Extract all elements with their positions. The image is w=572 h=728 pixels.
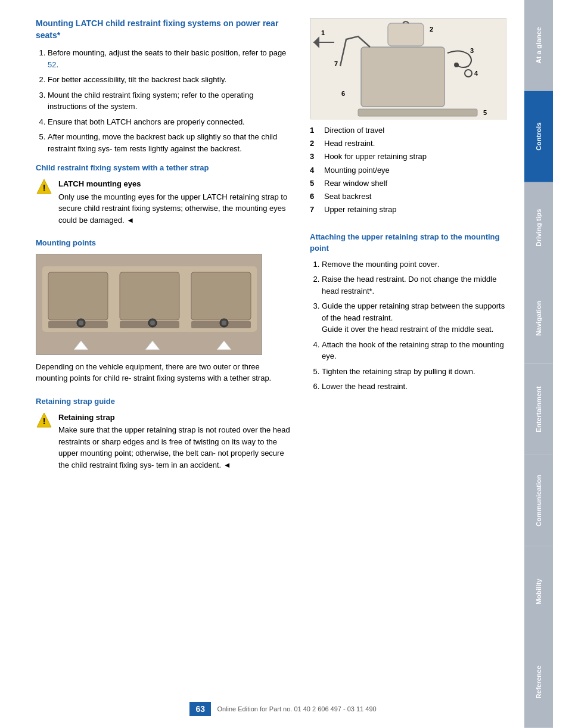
svg-rect-5 xyxy=(120,272,179,320)
legend-item-1: 1 Direction of travel xyxy=(310,125,512,136)
attach-step-3: Guide the upper retaining strap between … xyxy=(322,300,512,335)
footer: 63 Online Edition for Part no. 01 40 2 6… xyxy=(0,702,572,716)
sidebar-tab-navigation[interactable]: Navigation xyxy=(524,273,553,364)
sidebar-label-mobility: Mobility xyxy=(535,578,542,604)
svg-rect-6 xyxy=(191,272,251,320)
sidebar-label-entertainment: Entertainment xyxy=(535,387,542,433)
warning-icon-1: ! xyxy=(36,178,52,195)
seat-diagram-image: 1 2 3 xyxy=(310,18,506,119)
svg-text:7: 7 xyxy=(334,60,338,67)
legend-num-2: 2 xyxy=(310,138,319,149)
sidebar-label-at-a-glance: At a glance xyxy=(535,27,542,64)
legend-item-7: 7 Upper retaining strap xyxy=(310,204,512,215)
svg-point-13 xyxy=(150,321,155,325)
legend-num-4: 4 xyxy=(310,165,319,176)
legend-text-3: Hook for upper retaining strap xyxy=(324,151,427,162)
two-column-layout: Mounting LATCH child restraint fixing sy… xyxy=(36,18,512,477)
attach-step-5: Tighten the retaining strap by pulling i… xyxy=(322,366,512,378)
legend-text-6: Seat backrest xyxy=(324,191,372,202)
attach-step-2: Raise the head restraint. Do not change … xyxy=(322,273,512,297)
svg-rect-4 xyxy=(48,272,108,320)
mounting-caption: Depending on the vehicle equipment, ther… xyxy=(36,361,292,384)
sidebar-tab-driving-tips[interactable]: Driving tips xyxy=(524,182,553,273)
svg-text:!: ! xyxy=(43,416,46,426)
child-heading: Child restraint fixing system with a tet… xyxy=(36,163,292,173)
warning-title-1: LATCH mounting eyes xyxy=(58,178,292,190)
attach-step-6: Lower the head restraint. xyxy=(322,381,512,393)
legend-text-1: Direction of travel xyxy=(324,125,384,136)
legend-num-6: 6 xyxy=(310,191,319,202)
sidebar-label-communication: Communication xyxy=(535,475,542,527)
step-2: For better accessibility, tilt the backr… xyxy=(48,74,292,86)
sidebar-tab-controls[interactable]: Controls xyxy=(524,91,553,182)
legend-item-3: 3 Hook for upper retaining strap xyxy=(310,151,512,162)
attach-steps-list: Remove the mounting point cover. Raise t… xyxy=(322,259,512,393)
legend-num-5: 5 xyxy=(310,178,319,189)
sidebar-tab-entertainment[interactable]: Entertainment xyxy=(524,364,553,455)
svg-text:3: 3 xyxy=(470,47,474,54)
mounting-points-image xyxy=(36,254,262,355)
warning-body-1: Only use the mounting eyes for the upper… xyxy=(58,192,287,225)
sidebar-label-reference: Reference xyxy=(535,666,542,699)
svg-rect-32 xyxy=(358,109,477,116)
legend-item-5: 5 Rear window shelf xyxy=(310,178,512,189)
svg-text:!: ! xyxy=(43,183,46,192)
warning-body-2: Make sure that the upper retaining strap… xyxy=(58,425,290,469)
svg-point-28 xyxy=(454,63,459,67)
svg-rect-27 xyxy=(361,47,444,107)
legend-list: 1 Direction of travel 2 Head restraint. … xyxy=(310,125,512,215)
step-5: After mounting, move the backrest back u… xyxy=(48,131,292,154)
sidebar-tab-mobility[interactable]: Mobility xyxy=(524,546,553,637)
warning-title-2: Retaining strap xyxy=(58,412,292,424)
legend-item-4: 4 Mounting point/eye xyxy=(310,165,512,176)
sidebar-label-driving-tips: Driving tips xyxy=(535,209,542,246)
svg-text:2: 2 xyxy=(430,26,433,33)
right-column: 1 2 3 xyxy=(310,18,512,477)
warning-text-2: Retaining strap Make sure that the upper… xyxy=(58,412,292,471)
warning-block-1: ! LATCH mounting eyes Only use the mount… xyxy=(36,178,292,226)
attach-step-1: Remove the mounting point cover. xyxy=(322,259,512,270)
legend-num-7: 7 xyxy=(310,204,319,215)
warning-block-2: ! Retaining strap Make sure that the upp… xyxy=(36,412,292,471)
sidebar-tab-at-a-glance[interactable]: At a glance xyxy=(524,0,553,91)
attach-heading: Attaching the upper retaining strap to t… xyxy=(310,232,512,253)
sidebar-label-controls: Controls xyxy=(535,122,542,150)
legend-text-7: Upper retaining strap xyxy=(324,204,396,215)
step-3: Mount the child restraint fixing system;… xyxy=(48,89,292,113)
page-link-52[interactable]: 52 xyxy=(48,60,56,69)
sidebar-label-navigation: Navigation xyxy=(535,301,542,336)
legend-text-2: Head restraint. xyxy=(324,138,375,149)
legend-num-3: 3 xyxy=(310,151,319,162)
svg-text:6: 6 xyxy=(341,90,345,97)
svg-text:4: 4 xyxy=(474,70,478,77)
svg-text:1: 1 xyxy=(321,29,325,36)
legend-item-6: 6 Seat backrest xyxy=(310,191,512,202)
page-number: 63 xyxy=(189,702,211,716)
warning-text-1: LATCH mounting eyes Only use the mountin… xyxy=(58,178,292,226)
legend-item-2: 2 Head restraint. xyxy=(310,138,512,149)
warning-icon-2: ! xyxy=(36,412,52,428)
page-container: Mounting LATCH child restraint fixing sy… xyxy=(0,0,572,728)
mounting-heading: Mounting points xyxy=(36,238,292,248)
attach-step-4: Attach the hook of the retaining strap t… xyxy=(322,339,512,362)
step-1: Before mounting, adjust the seats to the… xyxy=(48,47,292,70)
svg-rect-25 xyxy=(388,23,424,46)
main-content: Mounting LATCH child restraint fixing sy… xyxy=(0,0,524,728)
svg-point-11 xyxy=(79,321,83,325)
svg-point-15 xyxy=(222,321,226,325)
main-heading: Mounting LATCH child restraint fixing sy… xyxy=(36,18,292,41)
steps-list: Before mounting, adjust the seats to the… xyxy=(48,47,292,154)
legend-text-5: Rear window shelf xyxy=(324,178,387,189)
footer-text: Online Edition for Part no. 01 40 2 606 … xyxy=(211,705,382,713)
svg-text:5: 5 xyxy=(483,109,487,116)
retaining-heading: Retaining strap guide xyxy=(36,396,292,407)
sidebar-tab-communication[interactable]: Communication xyxy=(524,455,553,546)
legend-text-4: Mounting point/eye xyxy=(324,165,390,176)
left-column: Mounting LATCH child restraint fixing sy… xyxy=(36,18,292,477)
step-4: Ensure that both LATCH anchors are prope… xyxy=(48,116,292,128)
legend-num-1: 1 xyxy=(310,125,319,136)
sidebar: At a glance Controls Driving tips Naviga… xyxy=(524,0,553,728)
